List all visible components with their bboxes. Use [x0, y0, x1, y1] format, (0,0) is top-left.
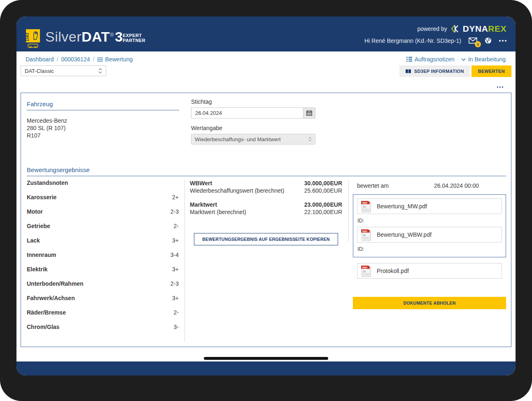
bewertet-am-label: bewertet am — [357, 182, 389, 189]
condition-notes: Zustandsnoten Karosserie2+ Motor2-3 Getr… — [27, 180, 179, 338]
breadcrumb-dashboard[interactable]: Dashboard — [26, 56, 54, 63]
powered-by-label: powered by — [417, 26, 447, 32]
header-more-icon[interactable] — [499, 40, 506, 42]
wertangabe-select[interactable]: Wiederbeschaffungs- und Marktwert — [191, 134, 315, 145]
mail-badge: 3 — [475, 41, 481, 47]
powered-by-brand: powered by DYNAREX — [364, 24, 506, 34]
condition-row: Fahrwerk/Achsen3+ — [27, 295, 179, 309]
documents-panel: bewertet am 26.04.2024 00:00 PDF Bewertu… — [353, 180, 506, 309]
app-title: SilverDAT®3 — [45, 29, 123, 45]
file-id-label: ID: — [357, 246, 502, 252]
book-icon — [405, 69, 411, 74]
valuation-values: WBWert30.000,00EUR Wiederbeschaffungswer… — [190, 180, 342, 245]
value-row: Wiederbeschaffungswert (berechnet)25.600… — [190, 187, 342, 194]
app-screen: DAT SilverDAT®3 EXPERT PARTNER powered b… — [16, 16, 516, 375]
column-divider — [184, 180, 185, 342]
condition-row: Lack3+ — [27, 237, 179, 252]
condition-row: Getriebe2- — [27, 223, 179, 237]
results-section-title: Bewertungsergebnisse — [27, 166, 506, 176]
mail-icon[interactable]: 3 — [469, 37, 477, 44]
value-row: WBWert30.000,00EUR — [190, 180, 342, 187]
breadcrumb-order-number[interactable]: 000036124 — [61, 56, 90, 63]
svg-text:DAT: DAT — [26, 32, 30, 41]
wertangabe-label: Wertangabe — [191, 125, 315, 131]
list-icon — [97, 57, 103, 62]
vehicle-model: 280 SL (R 107) — [27, 124, 179, 132]
breadcrumb-bewertung[interactable]: Bewertung — [97, 56, 133, 63]
condition-row: Elektrik3+ — [27, 266, 179, 280]
stichtag-label: Stichtag — [191, 98, 315, 105]
bewertet-am-value: 26.04.2024 00:00 — [434, 182, 479, 189]
vehicle-make: Mercedes-Benz — [27, 117, 179, 124]
svg-text:PDF: PDF — [362, 201, 367, 204]
status-badge: In Bearbeitung — [468, 56, 506, 63]
condition-row: Karosserie2+ — [27, 194, 179, 208]
stichtag-input[interactable] — [191, 107, 303, 119]
vehicle-series: R107 — [27, 132, 179, 139]
profile-select[interactable]: DAT-Classic — [21, 65, 106, 76]
condition-row: Motor2-3 — [27, 208, 179, 223]
svg-text:PDF: PDF — [362, 230, 367, 232]
tablet-frame: DAT SilverDAT®3 EXPERT PARTNER powered b… — [0, 0, 532, 401]
file-id-label: ID: — [357, 217, 502, 224]
value-row: Marktwert23.000,00EUR — [190, 201, 342, 208]
auftragsnotizen-link[interactable]: Auftragsnotizen — [406, 56, 455, 63]
select-updown-icon — [98, 68, 102, 74]
copy-result-button[interactable]: BEWERTUNGSERGEBNIS AUF ERGEBNISSEITE KOP… — [194, 233, 338, 245]
svg-text:PDF: PDF — [362, 266, 367, 268]
dat-logo: DAT — [26, 29, 40, 49]
vehicle-section-title: Fahrzeug — [27, 100, 179, 110]
condition-row: Innenraum3-4 — [27, 252, 179, 266]
vehicle-info: Mercedes-Benz 280 SL (R 107) R107 — [27, 117, 179, 139]
dynarex-logo-text: DYNAREX — [463, 24, 506, 34]
breadcrumb-separator: / — [57, 56, 58, 63]
valuation-card: Fahrzeug Mercedes-Benz 280 SL (R 107) R1… — [21, 93, 511, 347]
documents-group: PDF Bewertung_MW.pdf ID: PDF Bewertung_W… — [353, 194, 506, 257]
breadcrumb-separator: / — [93, 56, 94, 63]
pdf-icon: PDF — [361, 229, 371, 241]
calendar-icon[interactable] — [303, 107, 315, 119]
chevron-down-icon — [461, 58, 466, 61]
dynarex-logo-icon — [450, 24, 460, 33]
status-dropdown[interactable]: In Bearbeitung — [461, 56, 506, 63]
dokumente-abholen-button[interactable]: DOKUMENTE ABHOLEN — [353, 297, 506, 309]
file-protokoll[interactable]: PDF Protokoll.pdf — [357, 263, 502, 279]
sd3ep-information-button[interactable]: SD3EP INFORMATION — [399, 65, 470, 77]
globe-icon[interactable] — [485, 37, 492, 44]
user-greeting: Hi René Bergmann (Kd.-Nr. SD3ep-1) — [364, 37, 461, 44]
pdf-icon: PDF — [361, 265, 371, 277]
select-updown-icon — [308, 137, 312, 142]
app-subtitle: EXPERT PARTNER — [123, 33, 145, 43]
app-header: DAT SilverDAT®3 EXPERT PARTNER powered b… — [16, 16, 516, 51]
pdf-icon: PDF — [361, 200, 371, 212]
card-more-icon[interactable] — [497, 86, 503, 88]
profile-select-value: DAT-Classic — [25, 68, 54, 74]
file-bewertung-wbw[interactable]: PDF Bewertung_WBW.pdf — [357, 227, 502, 242]
value-row: Marktwert (berechnet)22.100,00EUR — [190, 208, 342, 216]
bewerten-button[interactable]: BEWERTEN — [471, 65, 511, 77]
condition-row: Chrom/Glas3- — [27, 324, 179, 338]
file-bewertung-mw[interactable]: PDF Bewertung_MW.pdf — [357, 198, 502, 214]
column-divider — [348, 180, 349, 242]
wertangabe-select-value: Wiederbeschaffungs- und Marktwert — [195, 136, 281, 142]
condition-row: Unterboden/Rahmen2-3 — [27, 280, 179, 295]
notes-list-icon — [406, 57, 412, 62]
condition-row: Räder/Bremse2- — [27, 309, 179, 324]
footer-strip — [16, 361, 516, 375]
home-indicator[interactable] — [204, 357, 328, 360]
breadcrumb: Dashboard / 000036124 / Bewertung — [26, 56, 133, 63]
condition-title: Zustandsnoten — [27, 180, 179, 194]
